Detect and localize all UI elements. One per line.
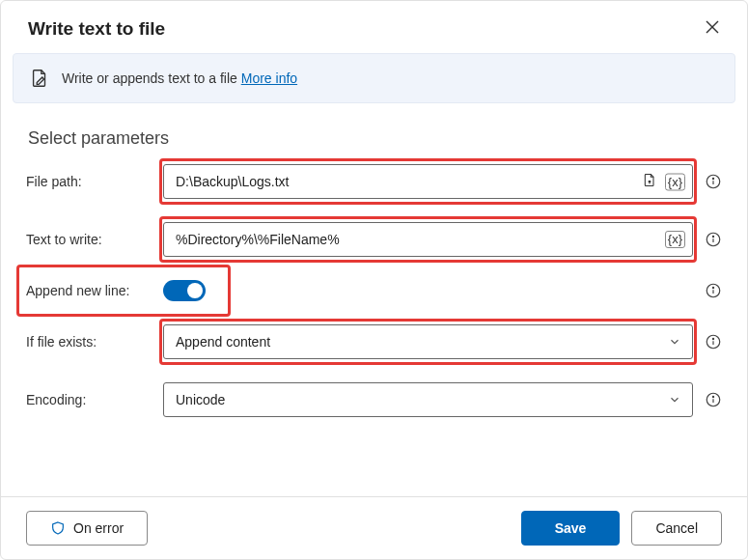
more-info-link[interactable]: More info: [241, 70, 297, 86]
svg-point-16: [712, 396, 713, 397]
svg-point-13: [712, 338, 713, 339]
close-button[interactable]: [705, 19, 720, 39]
svg-point-10: [712, 287, 713, 288]
info-icon[interactable]: [705, 333, 722, 350]
svg-point-7: [712, 236, 713, 237]
append-new-line-toggle[interactable]: [163, 280, 206, 301]
close-icon: [705, 19, 720, 35]
info-text: Write or appends text to a file: [62, 70, 241, 86]
cancel-button[interactable]: Cancel: [631, 511, 722, 546]
info-bar: Write or appends text to a file More inf…: [13, 53, 735, 103]
variable-picker-icon[interactable]: {x}: [665, 173, 685, 190]
encoding-value: Unicode: [176, 392, 225, 407]
file-picker-icon[interactable]: [642, 173, 657, 191]
encoding-label: Encoding:: [26, 392, 152, 407]
text-to-write-label: Text to write:: [26, 232, 152, 247]
if-file-exists-value: Append content: [176, 334, 270, 350]
file-path-input[interactable]: [163, 164, 693, 199]
shield-icon: [50, 520, 66, 536]
section-heading: Select parameters: [1, 113, 747, 158]
if-file-exists-label: If file exists:: [26, 334, 152, 350]
text-to-write-input[interactable]: [163, 222, 693, 257]
info-icon[interactable]: [705, 173, 722, 190]
dialog-title: Write text to file: [28, 18, 165, 40]
svg-point-4: [712, 178, 713, 179]
write-file-icon: [29, 68, 50, 89]
variable-picker-icon[interactable]: {x}: [665, 231, 685, 248]
on-error-button[interactable]: On error: [26, 511, 148, 546]
info-icon[interactable]: [705, 231, 722, 248]
info-icon[interactable]: [705, 282, 722, 299]
append-new-line-label: Append new line:: [26, 283, 152, 298]
info-icon[interactable]: [705, 391, 722, 408]
file-path-label: File path:: [26, 174, 152, 189]
save-button[interactable]: Save: [521, 511, 621, 546]
encoding-select[interactable]: Unicode: [163, 382, 693, 417]
if-file-exists-select[interactable]: Append content: [163, 324, 693, 359]
on-error-label: On error: [73, 520, 124, 536]
